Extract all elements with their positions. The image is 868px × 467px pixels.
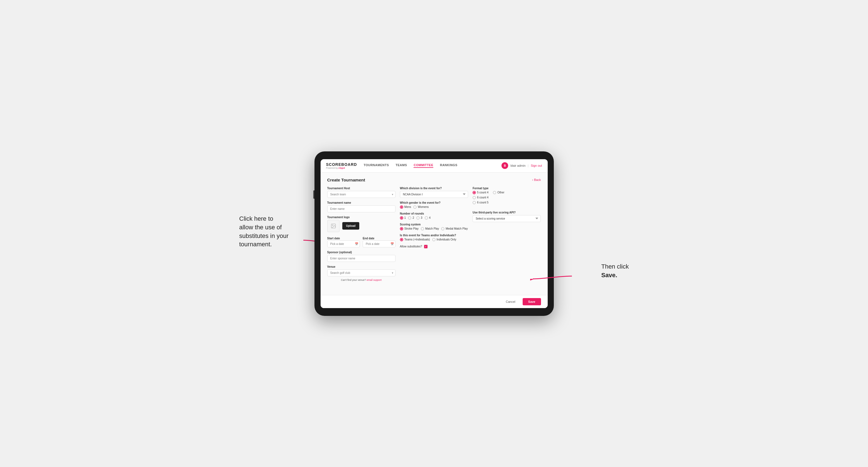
main-content: Create Tournament ‹ Back Tournament Host… (320, 173, 548, 295)
scoreboard-logo-text: SCOREBOARD (326, 162, 357, 167)
nav-avatar: B (501, 162, 508, 169)
nav-committee[interactable]: COMMITTEE (413, 163, 433, 168)
scoring-medal-option[interactable]: Medal Match Play (441, 227, 468, 230)
gender-womens-radio[interactable] (413, 206, 416, 209)
cancel-button[interactable]: Cancel (501, 298, 520, 305)
date-group: Start date 📅 End date (327, 236, 396, 247)
tournament-host-input[interactable] (327, 191, 396, 198)
logo-upload-area: Upload (327, 220, 396, 232)
powered-by-text: Powered by clippd (326, 167, 357, 169)
back-link[interactable]: ‹ Back (532, 178, 541, 182)
tablet-screen: SCOREBOARD Powered by clippd TOURNAMENTS… (320, 159, 548, 308)
gender-radio-group: Mens Womens (400, 206, 468, 209)
tournament-name-input[interactable] (327, 206, 396, 212)
rounds-group: Number of rounds 1 2 (400, 212, 468, 220)
gender-label: Which gender is the event for? (400, 201, 468, 204)
allow-substitutes-label[interactable]: Allow substitutes? ✓ (400, 245, 468, 249)
content-header: Create Tournament ‹ Back (327, 178, 541, 182)
form-grid: Tournament Host ▾ Tournament name Tourna (327, 187, 541, 281)
rounds-3-option[interactable]: 3 (416, 216, 423, 220)
venue-input[interactable] (327, 270, 396, 276)
start-date-group: Start date 📅 (327, 236, 360, 247)
format-5count4-option[interactable]: 5 count 4 (472, 191, 488, 194)
rounds-2-radio[interactable] (408, 216, 411, 220)
sign-out-link[interactable]: Sign out (531, 164, 542, 167)
event-type-label: Is this event for Teams and/or Individua… (400, 234, 468, 237)
format-other-radio[interactable] (493, 191, 496, 194)
rounds-3-radio[interactable] (416, 216, 420, 220)
tournament-logo-label: Tournament logo (327, 216, 396, 219)
nav-links: TOURNAMENTS TEAMS COMMITTEE RANKINGS (364, 163, 502, 168)
page-title: Create Tournament (327, 178, 365, 182)
gender-mens-radio[interactable] (400, 206, 403, 209)
rounds-4-radio[interactable] (425, 216, 428, 220)
scoring-match-option[interactable]: Match Play (421, 227, 439, 230)
gender-mens-option[interactable]: Mens (400, 206, 411, 209)
tournament-host-group: Tournament Host ▾ (327, 187, 396, 198)
format-6count5-option[interactable]: 6 count 5 (472, 201, 541, 204)
scoring-stroke-radio[interactable] (400, 227, 403, 230)
venue-group: Venue ▾ Can't find your venue? email sup… (327, 265, 396, 281)
save-button[interactable]: Save (523, 298, 541, 305)
gender-womens-option[interactable]: Womens (413, 206, 429, 209)
nav-logo: SCOREBOARD Powered by clippd (326, 162, 357, 169)
nav-teams[interactable]: TEAMS (396, 163, 407, 168)
scoring-match-radio[interactable] (421, 227, 424, 230)
nav-tournaments[interactable]: TOURNAMENTS (364, 163, 389, 168)
format-6count4-option[interactable]: 6 count 4 (472, 196, 541, 199)
format-6count5-radio[interactable] (472, 201, 476, 204)
logo-placeholder (327, 220, 340, 232)
rounds-4-option[interactable]: 4 (425, 216, 431, 220)
event-teams-option[interactable]: Teams (+Individuals) (400, 238, 430, 241)
format-other-option[interactable]: Other (493, 191, 504, 194)
form-column-1: Tournament Host ▾ Tournament name Tourna (327, 187, 396, 281)
scoring-radio-group: Stroke Play Match Play Medal Match Play (400, 227, 468, 230)
venue-label: Venue (327, 265, 396, 268)
event-teams-radio[interactable] (400, 238, 403, 241)
allow-substitutes-checkbox[interactable]: ✓ (424, 245, 428, 249)
event-individuals-radio[interactable] (432, 238, 436, 241)
division-select[interactable]: NCAA Division I (400, 191, 468, 198)
end-date-wrapper: 📅 (363, 241, 396, 247)
nav-divider: | (528, 164, 528, 167)
scoring-api-select[interactable]: Select a scoring service (472, 215, 541, 222)
event-type-group: Is this event for Teams and/or Individua… (400, 234, 468, 241)
format-type-label: Format type (472, 187, 541, 190)
form-column-2: Which division is the event for? NCAA Di… (400, 187, 468, 281)
tournament-logo-group: Tournament logo Upload (327, 216, 396, 232)
end-date-group: End date 📅 (363, 236, 396, 247)
rounds-2-option[interactable]: 2 (408, 216, 414, 220)
tournament-host-label: Tournament Host (327, 187, 396, 190)
scoring-medal-radio[interactable] (441, 227, 444, 230)
allow-substitutes-text: Allow substitutes? (400, 245, 422, 248)
page-wrapper: Click here to allow the use of substitut… (239, 151, 629, 316)
sponsor-label: Sponsor (optional) (327, 251, 396, 254)
format-6count4-radio[interactable] (472, 196, 476, 199)
format-options-group: 5 count 4 Other 6 count 4 (472, 191, 541, 204)
start-date-calendar-icon: 📅 (355, 242, 358, 246)
start-date-label: Start date (327, 237, 340, 240)
nav-rankings[interactable]: RANKINGS (440, 163, 458, 168)
format-5count4-radio[interactable] (472, 191, 476, 194)
venue-dropdown-icon: ▾ (392, 271, 393, 274)
svg-point-2 (332, 225, 333, 225)
email-support-link[interactable]: email support (367, 279, 381, 281)
venue-help-text: Can't find your venue? email support (327, 279, 396, 281)
event-individuals-option[interactable]: Individuals Only (432, 238, 456, 241)
gender-group: Which gender is the event for? Mens Wome… (400, 201, 468, 209)
allow-substitutes-group: Allow substitutes? ✓ (400, 245, 468, 249)
end-date-calendar-icon: 📅 (391, 242, 394, 246)
upload-button[interactable]: Upload (342, 222, 360, 229)
tournament-name-group: Tournament name (327, 201, 396, 212)
form-column-3: Format type 5 count 4 Other (472, 187, 541, 281)
division-label: Which division is the event for? (400, 187, 468, 190)
sponsor-group: Sponsor (optional) (327, 251, 396, 262)
scoring-stroke-option[interactable]: Stroke Play (400, 227, 418, 230)
date-row: Start date 📅 End date (327, 236, 396, 247)
tournament-name-label: Tournament name (327, 201, 396, 204)
rounds-1-option[interactable]: 1 (400, 216, 406, 220)
sponsor-input[interactable] (327, 255, 396, 262)
right-annotation: Then click Save. (601, 262, 629, 280)
rounds-1-radio[interactable] (400, 216, 403, 220)
clippd-logo: clippd (338, 167, 345, 169)
